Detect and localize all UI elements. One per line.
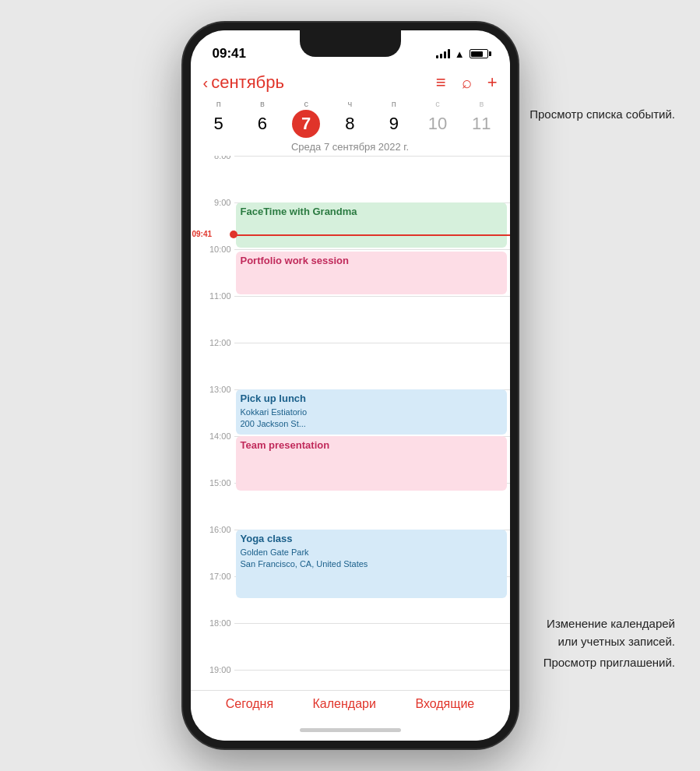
week-day-num-sun: 11 <box>467 110 495 138</box>
hour-label-9: 9:00 <box>191 198 231 207</box>
week-day-fri[interactable]: п 9 <box>375 99 413 138</box>
week-day-num-tue: 6 <box>248 110 276 138</box>
week-day-label-sun: в <box>479 99 484 108</box>
annotation-inbox: Просмотр приглашений. <box>543 656 675 669</box>
hour-label-16: 16:00 <box>191 525 231 534</box>
week-day-label-wed: с <box>304 99 308 108</box>
week-day-num-fri: 9 <box>380 110 408 138</box>
hour-label-17: 17:00 <box>191 572 231 581</box>
status-time: 09:41 <box>213 46 246 62</box>
event-yoga[interactable]: Yoga classGolden Gate ParkSan Francisco,… <box>236 530 507 598</box>
phone: 09:41 ▲ <box>183 23 518 748</box>
week-day-tue[interactable]: в 6 <box>244 99 281 138</box>
annotation-list: Просмотр списка событий. <box>529 107 675 121</box>
week-day-sat[interactable]: с 10 <box>419 99 456 138</box>
hour-label-12: 12:00 <box>191 338 231 347</box>
event-title-portfolio: Portfolio work session <box>241 255 502 268</box>
hour-label-19: 19:00 <box>191 665 231 674</box>
event-title-team: Team presentation <box>241 439 502 452</box>
hour-line-12 <box>234 343 510 343</box>
signal-bar-2 <box>440 54 442 58</box>
add-event-icon[interactable]: + <box>487 72 498 93</box>
event-title-lunch: Pick up lunch <box>241 393 502 406</box>
week-day-num-wed: 7 <box>292 110 320 138</box>
event-portfolio[interactable]: Portfolio work session <box>236 252 507 294</box>
hour-line-19 <box>234 670 510 671</box>
week-day-mon[interactable]: п 5 <box>200 99 237 138</box>
search-icon[interactable]: ⌕ <box>462 72 472 93</box>
tab-today[interactable]: Сегодня <box>226 697 273 711</box>
hour-line-11 <box>234 296 510 297</box>
week-day-num-thu: 8 <box>336 110 364 138</box>
event-title-facetime: FaceTime with Grandma <box>241 206 502 219</box>
signal-bar-3 <box>444 51 446 58</box>
month-nav[interactable]: ‹ сентябрь <box>203 72 436 93</box>
phone-frame: 09:41 ▲ <box>183 23 518 748</box>
tab-inbox[interactable]: Входящие <box>415 697 474 711</box>
hour-label-13: 13:00 <box>191 385 231 394</box>
list-view-icon[interactable]: ≡ <box>436 72 446 93</box>
date-subtitle: Среда 7 сентября 2022 г. <box>191 139 510 156</box>
tab-calendars[interactable]: Календари <box>313 697 376 711</box>
hour-label-14: 14:00 <box>191 431 231 441</box>
scene: Просмотр списка событий. Изменение кален… <box>0 0 700 771</box>
hour-label-10: 10:00 <box>191 245 231 254</box>
status-icons: ▲ <box>436 48 488 60</box>
calendar-header: ‹ сентябрь ≡ ⌕ + <box>191 69 510 96</box>
hour-label-15: 15:00 <box>191 478 231 488</box>
hour-label-18: 18:00 <box>191 618 231 628</box>
annotation-calendars: Изменение календарейили учетных записей. <box>547 615 675 650</box>
week-day-thu[interactable]: ч 8 <box>331 99 368 138</box>
week-day-sun[interactable]: в 11 <box>463 99 500 138</box>
notch <box>300 30 401 57</box>
event-sub2-lunch: 200 Jackson St... <box>241 418 502 429</box>
battery-fill <box>471 51 483 57</box>
home-bar <box>300 728 401 732</box>
back-arrow-icon[interactable]: ‹ <box>203 74 209 92</box>
month-title: сентябрь <box>211 72 284 93</box>
week-day-num-sat: 10 <box>424 110 452 138</box>
hour-label-8: 8:00 <box>191 156 231 160</box>
time-column: 8:009:0010:0011:0012:0013:0014:0015:0016… <box>191 156 234 690</box>
event-sub2-yoga: San Francisco, CA, United States <box>241 558 502 569</box>
week-strip: п 5 в 6 с 7 ч 8 <box>191 96 510 139</box>
signal-bar-1 <box>436 55 438 58</box>
header-actions: ≡ ⌕ + <box>436 72 498 93</box>
events-column: FaceTime with GrandmaPortfolio work sess… <box>234 156 510 690</box>
signal-bar-4 <box>448 49 450 58</box>
hour-line-18 <box>234 623 510 624</box>
home-indicator <box>191 719 510 741</box>
wifi-icon: ▲ <box>455 48 465 60</box>
week-day-label-fri: п <box>392 99 396 108</box>
week-day-num-mon: 5 <box>205 110 233 138</box>
event-title-yoga: Yoga class <box>241 533 502 546</box>
signal-bars-icon <box>436 49 450 58</box>
hour-line-8 <box>234 156 510 157</box>
event-sub1-yoga: Golden Gate Park <box>241 547 502 558</box>
hour-line-10 <box>234 249 510 250</box>
tab-bar: Сегодня Календари Входящие <box>191 690 510 719</box>
event-facetime[interactable]: FaceTime with Grandma <box>236 202 507 248</box>
week-day-label-tue: в <box>260 99 265 108</box>
week-day-wed[interactable]: с 7 <box>287 99 325 138</box>
event-sub1-lunch: Kokkari Estiatorio <box>241 407 502 417</box>
week-day-label-mon: п <box>216 99 221 108</box>
calendar-body: 8:009:0010:0011:0012:0013:0014:0015:0016… <box>191 156 510 690</box>
current-time-line <box>234 234 510 236</box>
event-team[interactable]: Team presentation <box>236 436 507 491</box>
battery-icon <box>470 49 488 58</box>
current-time-label: 09:41 <box>192 230 213 238</box>
week-day-label-thu: ч <box>348 99 353 108</box>
hour-label-11: 11:00 <box>191 291 231 301</box>
week-day-label-sat: с <box>435 99 440 108</box>
phone-screen: 09:41 ▲ <box>191 30 510 741</box>
event-lunch[interactable]: Pick up lunchKokkari Estiatorio200 Jacks… <box>236 389 507 435</box>
